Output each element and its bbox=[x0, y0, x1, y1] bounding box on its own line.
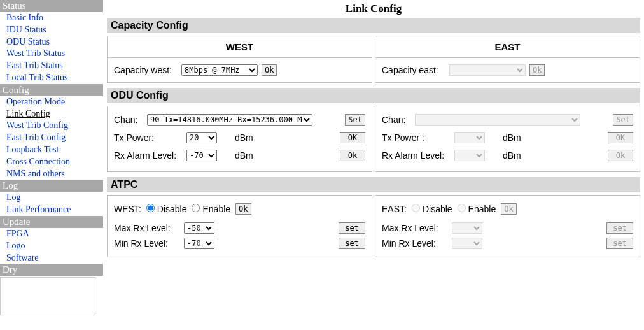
nav-link[interactable]: East Trib Config bbox=[0, 132, 103, 144]
atpc-east-minrx-set-button[interactable]: set bbox=[606, 238, 633, 249]
nav-group-header: Config bbox=[0, 84, 103, 96]
odu-west-txp-select[interactable]: 20 bbox=[186, 132, 217, 143]
atpc-west-minrx-label: Min Rx Level: bbox=[114, 238, 184, 248]
odu-east-txp-label: Tx Power : bbox=[382, 133, 452, 143]
capacity-west-head: WEST bbox=[108, 36, 372, 58]
atpc-west-disable-radio-label[interactable]: Disable bbox=[146, 204, 187, 214]
odu-east-txp-unit: dBm bbox=[501, 133, 521, 143]
odu-east-rxal-select[interactable] bbox=[454, 150, 485, 161]
odu-west-rxal-ok-button[interactable]: Ok bbox=[340, 150, 365, 161]
nav-link[interactable]: Software bbox=[0, 252, 103, 264]
nav-link[interactable]: Loopback Test bbox=[0, 144, 103, 156]
atpc-west-enable-radio-label[interactable]: Enable bbox=[192, 204, 230, 214]
atpc-east-maxrx-label: Max Rx Level: bbox=[382, 223, 452, 233]
dry-box bbox=[0, 277, 95, 315]
atpc-east-minrx-select[interactable] bbox=[452, 238, 482, 249]
atpc-west-maxrx-select[interactable]: -50 bbox=[184, 222, 214, 234]
nav-group-header: Update bbox=[0, 216, 103, 228]
atpc-west-minrx-set-button[interactable]: set bbox=[339, 238, 365, 249]
atpc-east-minrx-label: Min Rx Level: bbox=[382, 238, 452, 248]
main-content: Link Config Capacity Config WEST Capacit… bbox=[103, 0, 644, 315]
atpc-east-maxrx-set-button[interactable]: set bbox=[606, 222, 633, 234]
nav-link[interactable]: NMS and others bbox=[0, 168, 103, 180]
atpc-east-enable-radio-label[interactable]: Enable bbox=[458, 204, 496, 214]
nav-link[interactable]: Local Trib Status bbox=[0, 72, 103, 84]
nav-link[interactable]: Cross Connection bbox=[0, 156, 103, 168]
odu-east-txp-ok-button[interactable]: OK bbox=[608, 132, 633, 143]
nav-link[interactable]: Link Performance bbox=[0, 204, 103, 216]
odu-east-rxal-label: Rx Alarm Level: bbox=[382, 150, 452, 161]
nav-link[interactable]: East Trib Status bbox=[0, 60, 103, 72]
atpc-east-maxrx-select[interactable] bbox=[452, 222, 482, 234]
odu-west-rxal-label: Rx Alarm Level: bbox=[114, 150, 184, 161]
atpc-west-enable-radio[interactable] bbox=[192, 204, 200, 212]
nav-link[interactable]: IDU Status bbox=[0, 24, 103, 36]
atpc-section-title: ATPC bbox=[107, 177, 640, 192]
capacity-west-select[interactable]: 8Mbps @ 7MHz bbox=[181, 64, 258, 76]
capacity-west-label: Capacity west: bbox=[114, 65, 178, 75]
atpc-west-panel: WEST: Disable Enable Ok Max Rx Level: -5… bbox=[107, 195, 372, 257]
odu-section-title: ODU Config bbox=[107, 88, 640, 103]
nav-link[interactable]: Log bbox=[0, 192, 103, 204]
odu-west-rxal-select[interactable]: -70 bbox=[186, 150, 217, 161]
atpc-west-maxrx-label: Max Rx Level: bbox=[114, 223, 184, 233]
sidebar: StatusBasic InfoIDU StatusODU StatusWest… bbox=[0, 0, 103, 315]
atpc-west-ok-button[interactable]: Ok bbox=[235, 203, 251, 215]
atpc-west-minrx-select[interactable]: -70 bbox=[184, 238, 214, 249]
capacity-east-select[interactable] bbox=[449, 64, 526, 76]
atpc-west-label: WEST: bbox=[114, 204, 141, 214]
nav-link[interactable]: West Trib Config bbox=[0, 120, 103, 132]
odu-west-panel: Chan: 90 Tx=14816.000MHz Rx=15236.000 MH… bbox=[107, 106, 372, 172]
capacity-east-panel: EAST Capacity east: Ok bbox=[375, 36, 640, 83]
capacity-west-ok-button[interactable]: Ok bbox=[262, 64, 277, 76]
odu-west-rxal-unit: dBm bbox=[234, 150, 253, 161]
odu-east-panel: Chan: Set Tx Power : dBm OK bbox=[375, 106, 640, 172]
nav-link[interactable]: Operation Mode bbox=[0, 96, 103, 108]
page-title: Link Config bbox=[107, 0, 640, 18]
odu-east-chan-select[interactable] bbox=[415, 114, 580, 126]
atpc-west-maxrx-set-button[interactable]: set bbox=[339, 222, 365, 234]
odu-east-chan-label: Chan: bbox=[382, 115, 411, 125]
odu-west-txp-ok-button[interactable]: OK bbox=[340, 132, 365, 143]
capacity-west-panel: WEST Capacity west: 8Mbps @ 7MHz Ok bbox=[107, 36, 372, 83]
capacity-east-ok-button[interactable]: Ok bbox=[529, 64, 545, 76]
nav-group-header: Dry bbox=[0, 264, 103, 276]
odu-east-rxal-unit: dBm bbox=[501, 150, 521, 161]
atpc-east-disable-radio[interactable] bbox=[412, 204, 420, 212]
atpc-east-panel: EAST: Disable Enable Ok Max Rx Level: se… bbox=[375, 195, 640, 257]
nav-link[interactable]: Logo bbox=[0, 240, 103, 252]
odu-west-txp-unit: dBm bbox=[234, 133, 253, 143]
nav-link[interactable]: Basic Info bbox=[0, 12, 103, 24]
atpc-east-ok-button[interactable]: Ok bbox=[501, 203, 516, 215]
atpc-east-disable-radio-label[interactable]: Disable bbox=[412, 204, 452, 214]
nav-link[interactable]: FPGA bbox=[0, 228, 103, 240]
atpc-east-enable-radio[interactable] bbox=[458, 204, 466, 212]
odu-east-rxal-ok-button[interactable]: Ok bbox=[608, 150, 633, 161]
nav-link[interactable]: ODU Status bbox=[0, 36, 103, 48]
nav-link[interactable]: Link Config bbox=[0, 108, 103, 120]
atpc-east-label: EAST: bbox=[382, 204, 407, 214]
odu-west-txp-label: Tx Power: bbox=[114, 133, 184, 143]
odu-east-txp-select[interactable] bbox=[454, 132, 485, 143]
odu-west-chan-label: Chan: bbox=[114, 115, 143, 125]
capacity-east-head: EAST bbox=[375, 36, 640, 58]
atpc-west-disable-radio[interactable] bbox=[146, 204, 155, 212]
nav-group-header: Log bbox=[0, 180, 103, 192]
capacity-east-label: Capacity east: bbox=[382, 65, 445, 75]
odu-west-chan-set-button[interactable]: Set bbox=[345, 114, 365, 126]
nav-group-header: Status bbox=[0, 0, 103, 12]
odu-east-chan-set-button[interactable]: Set bbox=[613, 114, 633, 126]
odu-west-chan-select[interactable]: 90 Tx=14816.000MHz Rx=15236.000 MHz bbox=[147, 114, 312, 126]
nav-link[interactable]: West Trib Status bbox=[0, 48, 103, 60]
capacity-section-title: Capacity Config bbox=[107, 18, 640, 33]
